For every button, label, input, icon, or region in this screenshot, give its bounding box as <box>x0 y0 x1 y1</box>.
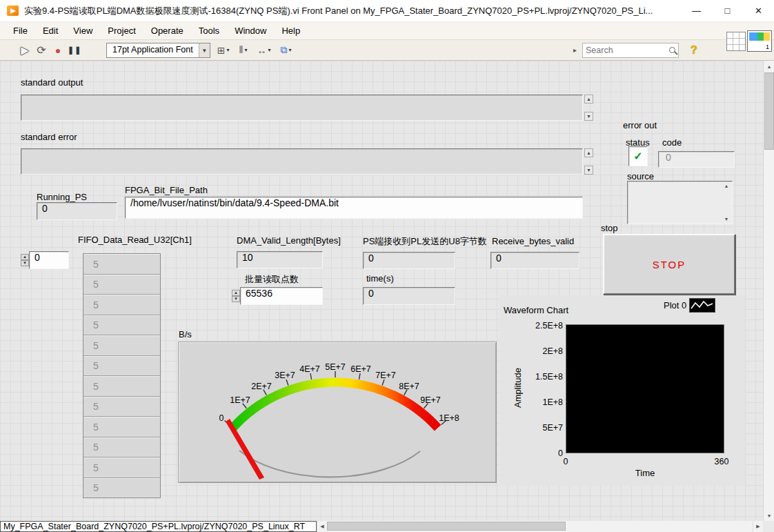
reorder-button[interactable]: ⧉ ▾ <box>277 43 294 58</box>
array-element[interactable]: 5 <box>83 478 160 498</box>
standard-error-box[interactable] <box>21 148 583 175</box>
array-element[interactable]: 5 <box>83 376 160 397</box>
horizontal-scrollbar[interactable] <box>327 521 753 532</box>
toolbar-expand-icon[interactable]: ▸ <box>573 46 577 54</box>
vertical-scrollbar[interactable]: ▲ ▼ <box>763 61 774 521</box>
scroll-down-icon[interactable]: ▼ <box>584 166 593 175</box>
scroll-up-icon[interactable]: ▲ <box>584 148 593 157</box>
context-path-text: My_FPGA_Stater_Board_ZYNQ7020_PS+PL.lvpr… <box>3 522 305 531</box>
menu-project[interactable]: Project <box>100 22 143 39</box>
receive-valid-value: 0 <box>491 253 579 264</box>
y-tick-label: 1.5E+8 <box>519 372 563 382</box>
ps-received-box[interactable]: 0 <box>363 252 455 269</box>
v-scroll-thumb[interactable] <box>764 72 774 150</box>
distribute-objects-icon: ⫴ <box>239 44 244 56</box>
array-element[interactable]: 5 <box>83 295 160 315</box>
batch-points-box[interactable]: 65536 <box>240 287 323 305</box>
running-ps-box[interactable]: 0 <box>37 202 117 220</box>
time-label: time(s) <box>366 273 394 284</box>
fpga-path-box[interactable]: /home/lvuser/natinst/bin/data/9.4-Speed-… <box>125 197 583 219</box>
font-selector[interactable]: 17pt Application Font ▾ <box>106 43 210 58</box>
scroll-up-icon[interactable]: ▲ <box>584 95 593 104</box>
error-source-box[interactable]: ▲ ▼ <box>627 181 733 224</box>
search-box[interactable] <box>582 43 679 58</box>
dma-length-value: 10 <box>237 252 322 263</box>
index-spinner[interactable]: ▲ ▼ <box>21 251 29 269</box>
fifo-index-box[interactable]: 0 <box>29 251 69 269</box>
array-element-value: 5 <box>93 319 99 331</box>
connector-pane-icon[interactable] <box>726 32 746 51</box>
fifo-array: 5 5 5 5 5 5 5 5 5 5 5 5 <box>83 253 161 498</box>
time-box[interactable]: 0 <box>363 287 455 305</box>
minimize-button[interactable]: — <box>681 0 712 21</box>
search-input[interactable] <box>586 46 669 55</box>
dma-length-box[interactable]: 10 <box>237 251 323 268</box>
scroll-up-icon[interactable]: ▲ <box>722 184 731 188</box>
array-element[interactable]: 5 <box>83 315 160 336</box>
distribute-objects-button[interactable]: ⫴ ▾ <box>237 43 250 58</box>
menu-operate[interactable]: Operate <box>143 22 191 39</box>
batch-points-control[interactable]: ▲ ▼ 65536 <box>232 287 323 305</box>
standard-output-box[interactable] <box>21 95 583 121</box>
vi-icon[interactable]: 1 <box>747 30 772 52</box>
array-element-value: 5 <box>93 360 99 371</box>
array-element[interactable]: 5 <box>83 356 160 377</box>
fifo-index-control[interactable]: ▲ ▼ 0 <box>21 251 69 269</box>
menu-tools[interactable]: Tools <box>191 22 227 39</box>
spin-down-icon[interactable]: ▼ <box>21 260 29 266</box>
vi-icon-number: 1 <box>766 43 769 50</box>
batch-points-value: 65536 <box>241 288 322 299</box>
scroll-right-icon[interactable]: ▶ <box>753 521 763 532</box>
h-scroll-thumb[interactable] <box>327 522 566 531</box>
scrollbar-corner <box>763 521 774 532</box>
spin-up-icon[interactable]: ▲ <box>21 254 29 260</box>
array-element[interactable]: 5 <box>83 254 160 275</box>
plot-legend[interactable]: Plot 0 <box>664 298 715 313</box>
close-button[interactable]: ✕ <box>743 0 774 21</box>
pause-button[interactable]: ❚❚ <box>66 42 83 59</box>
menu-view[interactable]: View <box>66 22 100 39</box>
scroll-down-icon[interactable]: ▼ <box>722 217 731 221</box>
scroll-down-icon[interactable]: ▼ <box>584 112 593 121</box>
scroll-down-icon[interactable]: ▼ <box>764 510 774 521</box>
run-button[interactable]: ▶ <box>17 42 33 59</box>
scroll-up-icon[interactable]: ▲ <box>764 61 774 72</box>
menu-edit[interactable]: Edit <box>35 22 66 39</box>
help-button[interactable]: ? <box>686 42 702 59</box>
array-element[interactable]: 5 <box>83 417 160 437</box>
resize-objects-button[interactable]: ↔ ▾ <box>254 43 273 58</box>
maximize-button[interactable]: □ <box>712 0 743 21</box>
ps-received-label: PS端接收到PL发送的U8字节数 <box>363 235 487 248</box>
array-element[interactable]: 5 <box>83 397 160 417</box>
abort-button[interactable]: ● <box>50 42 66 59</box>
menu-window[interactable]: Window <box>227 22 274 39</box>
context-path-box[interactable]: My_FPGA_Stater_Board_ZYNQ7020_PS+PL.lvpr… <box>0 521 317 532</box>
gauge-tick-label: 5E+7 <box>325 362 346 372</box>
window-title: 实验9.4-PS端读取PL端DMA数据极限速度测试-16384(ZYNQ PS端… <box>24 5 681 17</box>
gauge-needle <box>226 419 264 480</box>
run-continuous-button[interactable]: ⟳ <box>33 42 50 59</box>
menu-help[interactable]: Help <box>274 22 308 39</box>
array-element-value: 5 <box>93 381 99 392</box>
align-objects-button[interactable]: ⊞ ▾ <box>215 43 232 58</box>
array-element-value: 5 <box>93 442 99 453</box>
scroll-left-icon[interactable]: ◀ <box>317 521 327 532</box>
error-code-box[interactable]: 0 <box>658 151 735 168</box>
reorder-icon: ⧉ <box>280 44 287 56</box>
gauge-tick-label: 7E+7 <box>375 371 396 380</box>
array-element-value: 5 <box>93 259 99 270</box>
array-element[interactable]: 5 <box>83 335 160 356</box>
menu-file[interactable]: File <box>6 22 35 39</box>
array-element[interactable]: 5 <box>83 275 160 295</box>
gauge-tick-label: 2E+7 <box>251 382 272 391</box>
array-element[interactable]: 5 <box>83 437 160 458</box>
batch-spinner[interactable]: ▲ ▼ <box>232 287 240 305</box>
spin-down-icon[interactable]: ▼ <box>232 296 240 302</box>
array-element[interactable]: 5 <box>83 457 160 478</box>
spin-up-icon[interactable]: ▲ <box>232 290 240 296</box>
receive-valid-box[interactable]: 0 <box>490 252 579 269</box>
error-status-box[interactable]: ✓ <box>628 146 648 166</box>
plot-legend-icon <box>689 298 715 313</box>
stop-button[interactable]: STOP <box>603 234 735 295</box>
gauge-tick-label: 9E+7 <box>420 395 441 405</box>
